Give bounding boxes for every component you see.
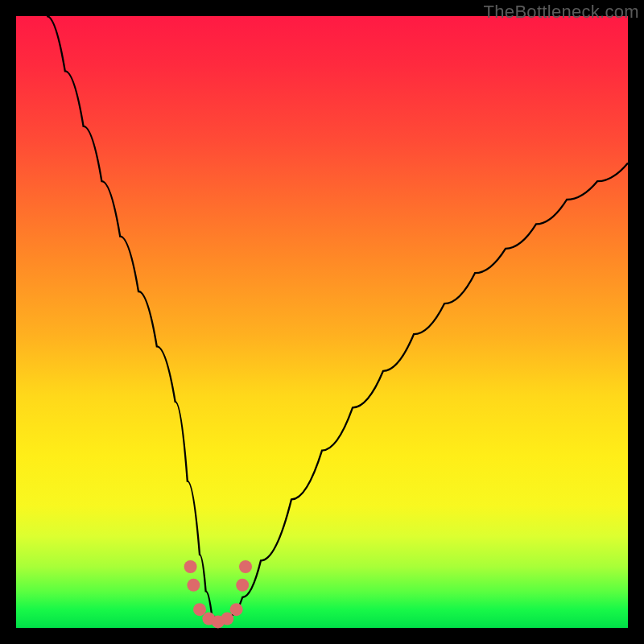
near-minimum-markers (184, 560, 252, 628)
marker-dot (230, 603, 243, 616)
marker-dot (221, 613, 233, 625)
chart-frame (16, 16, 628, 628)
bottleneck-chart (16, 16, 628, 628)
bottleneck-curve-line (47, 16, 628, 621)
marker-dot (236, 579, 249, 592)
marker-dot (193, 603, 206, 616)
marker-dot (184, 560, 197, 573)
marker-dot (187, 579, 200, 592)
marker-dot (239, 560, 252, 573)
watermark-text: TheBottleneck.com (484, 2, 639, 23)
